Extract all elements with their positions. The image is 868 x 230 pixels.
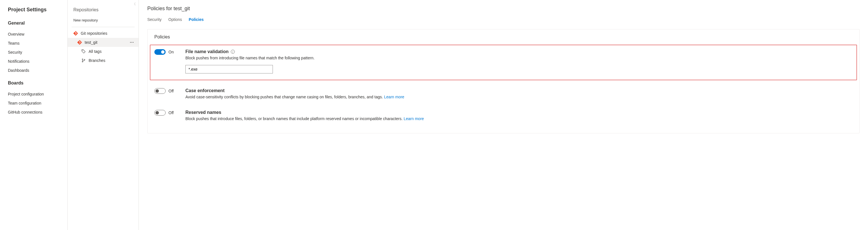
policy-title: File name validation <box>185 49 228 54</box>
collapse-panel-icon[interactable]: 〈 <box>132 2 136 6</box>
sidebar-title: Project Settings <box>8 7 67 13</box>
sidebar-section-boards-heading: Boards <box>8 81 67 86</box>
sidebar-item-dashboards[interactable]: Dashboards <box>8 66 67 75</box>
tab-policies[interactable]: Policies <box>189 16 204 24</box>
svg-point-3 <box>84 59 85 60</box>
policy-description: Avoid case-sensitivity conflicts by bloc… <box>185 94 852 100</box>
new-repository-link[interactable]: New repository <box>68 15 138 27</box>
tag-icon <box>81 49 86 54</box>
tab-options[interactable]: Options <box>168 16 182 24</box>
policy-title: Case enforcement <box>185 88 225 93</box>
toggle-file-name-validation[interactable] <box>154 49 166 55</box>
svg-point-2 <box>82 61 83 62</box>
tree-item-test-git[interactable]: test_git ··· <box>68 38 138 47</box>
page-title: Policies for test_git <box>147 6 860 11</box>
learn-more-link[interactable]: Learn more <box>404 116 424 121</box>
policy-title: Reserved names <box>185 110 221 115</box>
toggle-state-label: Off <box>168 111 174 115</box>
learn-more-link[interactable]: Learn more <box>384 95 404 99</box>
sidebar-section-general-heading: General <box>8 21 67 26</box>
svg-point-0 <box>83 50 83 51</box>
policy-description: Block pushes that introduce files, folde… <box>185 116 852 122</box>
sidebar-item-notifications[interactable]: Notifications <box>8 57 67 66</box>
file-name-pattern-input[interactable] <box>185 65 273 74</box>
policy-reserved-names: Off Reserved names Block pushes that int… <box>154 106 852 128</box>
tree-item-label: All tags <box>89 49 101 54</box>
sidebar-item-project-config[interactable]: Project configuration <box>8 90 67 98</box>
sidebar-item-overview[interactable]: Overview <box>8 30 67 39</box>
policy-file-name-validation: On File name validation i Block pushes f… <box>150 45 857 80</box>
repo-panel-title: Repositories <box>68 6 138 15</box>
tree-root-label: Git repositories <box>81 31 107 36</box>
sidebar-item-team-config[interactable]: Team configuration <box>8 98 67 108</box>
tree-item-label: Branches <box>89 58 105 63</box>
policy-description: Block pushes from introducing file names… <box>185 55 852 61</box>
project-settings-sidebar: Project Settings General Overview Teams … <box>0 0 68 230</box>
tree-item-branches[interactable]: Branches <box>68 56 138 65</box>
toggle-state-label: On <box>168 50 174 54</box>
sidebar-item-teams[interactable]: Teams <box>8 39 67 48</box>
toggle-case-enforcement[interactable] <box>154 88 166 94</box>
info-icon[interactable]: i <box>231 50 235 54</box>
policies-heading: Policies <box>154 34 852 39</box>
toggle-reserved-names[interactable] <box>154 110 166 116</box>
sidebar-item-security[interactable]: Security <box>8 48 67 57</box>
sidebar-item-github-connections[interactable]: GitHub connections <box>8 108 67 117</box>
policies-panel: Policies On File name validation i Block… <box>147 29 860 133</box>
branch-icon <box>81 58 86 63</box>
git-repo-icon <box>77 40 82 45</box>
tab-security[interactable]: Security <box>147 16 162 24</box>
tree-item-label: test_git <box>85 40 97 45</box>
svg-point-1 <box>82 59 83 60</box>
more-actions-icon[interactable]: ··· <box>128 40 136 45</box>
tab-bar: Security Options Policies <box>147 16 860 24</box>
tree-item-all-tags[interactable]: All tags <box>68 47 138 56</box>
policy-case-enforcement: Off Case enforcement Avoid case-sensitiv… <box>154 84 852 106</box>
git-repo-icon <box>73 31 78 36</box>
main-content: Policies for test_git Security Options P… <box>139 0 868 230</box>
toggle-state-label: Off <box>168 89 174 93</box>
tree-root-git-repositories[interactable]: Git repositories <box>68 29 138 38</box>
repositories-panel: 〈 Repositories New repository Git reposi… <box>68 0 139 230</box>
